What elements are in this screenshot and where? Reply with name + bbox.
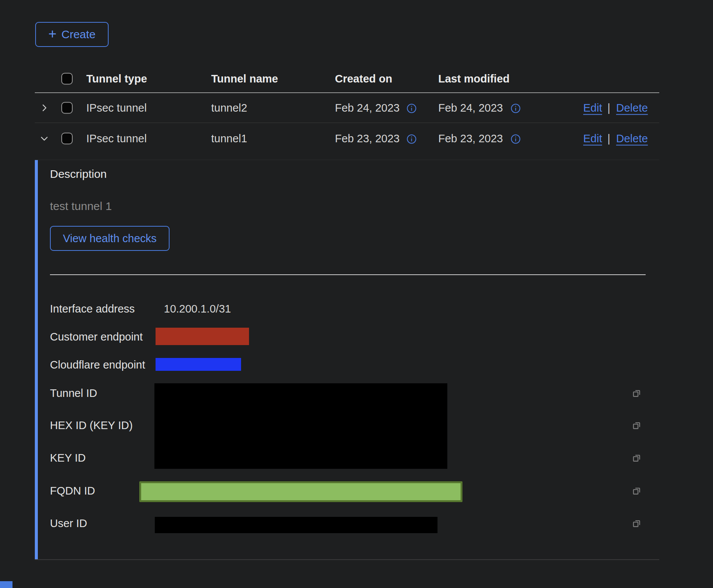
interface-address-value: 10.200.1.0/31 <box>164 303 231 315</box>
copy-icon[interactable] <box>630 418 643 432</box>
description-heading: Description <box>50 168 107 180</box>
tunnels-page: + Create Tunnel type Tunnel name Created… <box>0 0 713 588</box>
key-id-label: KEY ID <box>50 452 86 464</box>
tunnel-type-cell: IPsec tunnel <box>86 132 147 145</box>
header-divider <box>35 92 659 93</box>
interface-address-label: Interface address <box>50 303 135 315</box>
ids-redacted-value <box>154 383 447 469</box>
collapse-chevron-down-icon[interactable] <box>37 132 51 145</box>
column-header-last-modified: Last modified <box>438 73 510 85</box>
copy-icon[interactable] <box>630 386 643 400</box>
tunnel-name-cell: tunnel2 <box>211 102 247 114</box>
info-icon[interactable] <box>510 103 521 114</box>
bottom-left-blue-fragment <box>0 581 12 588</box>
description-value: test tunnel 1 <box>50 200 112 213</box>
info-icon[interactable] <box>406 103 417 114</box>
row-divider <box>35 123 659 123</box>
column-header-created-on: Created on <box>335 73 392 85</box>
copy-icon[interactable] <box>630 484 643 498</box>
customer-endpoint-redacted-value <box>156 328 249 345</box>
tunnel-type-cell: IPsec tunnel <box>86 102 147 114</box>
detail-divider <box>50 274 646 275</box>
table-bottom-divider <box>35 559 659 560</box>
create-button-label: Create <box>61 28 95 41</box>
created-on-cell: Feb 23, 2023 <box>335 132 400 145</box>
info-icon[interactable] <box>510 133 521 145</box>
hex-id-label: HEX ID (KEY ID) <box>50 419 133 432</box>
last-modified-cell: Feb 24, 2023 <box>438 102 503 114</box>
expand-chevron-right-icon[interactable] <box>37 101 51 115</box>
delete-link[interactable]: Delete <box>616 102 648 114</box>
edit-link[interactable]: Edit <box>583 132 602 145</box>
fqdn-id-label: FQDN ID <box>50 485 95 497</box>
customer-endpoint-label: Customer endpoint <box>50 331 143 343</box>
user-id-label: User ID <box>50 517 87 530</box>
created-on-cell: Feb 24, 2023 <box>335 102 400 114</box>
user-id-redacted-value <box>155 517 437 533</box>
row-checkbox[interactable] <box>61 133 73 145</box>
action-separator: | <box>607 132 610 145</box>
info-icon[interactable] <box>406 133 417 145</box>
edit-link[interactable]: Edit <box>583 102 602 114</box>
last-modified-cell: Feb 23, 2023 <box>438 132 503 145</box>
copy-icon[interactable] <box>630 516 643 530</box>
tunnel-id-label: Tunnel ID <box>50 387 97 400</box>
view-health-checks-button[interactable]: View health checks <box>50 226 170 251</box>
fqdn-id-redacted-value <box>139 481 462 502</box>
cloudflare-endpoint-label: Cloudflare endpoint <box>50 359 145 371</box>
delete-link[interactable]: Delete <box>616 132 648 145</box>
action-separator: | <box>607 102 610 114</box>
column-header-tunnel-type: Tunnel type <box>86 73 147 85</box>
create-button[interactable]: + Create <box>35 22 109 47</box>
select-all-checkbox[interactable] <box>61 73 73 85</box>
expanded-row-accent-bar <box>35 160 38 560</box>
column-header-tunnel-name: Tunnel name <box>211 73 278 85</box>
tunnel-name-cell: tunnel1 <box>211 132 247 145</box>
copy-icon[interactable] <box>630 451 643 465</box>
cloudflare-endpoint-redacted-value <box>156 358 241 371</box>
row-checkbox[interactable] <box>61 102 73 114</box>
row-divider <box>35 160 659 160</box>
